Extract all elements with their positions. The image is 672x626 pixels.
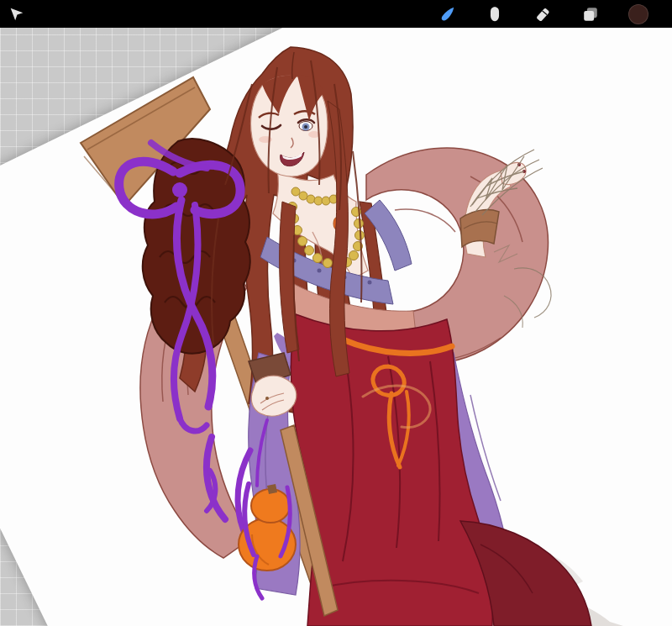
paint-tool-button[interactable] [437,4,457,24]
transform-tool-button[interactable] [7,4,27,24]
brush-icon [438,5,456,24]
transform-arrow-icon [8,5,26,24]
ring [265,397,269,400]
smudge-tool-button[interactable] [485,4,505,24]
gourd-stopper [267,484,277,494]
color-swatch-button[interactable] [628,4,648,24]
top-toolbar [0,0,672,28]
smudge-finger-icon [486,5,504,24]
eraser-icon [533,5,552,24]
erase-tool-button[interactable] [533,4,553,24]
layers-button[interactable] [580,4,601,24]
layers-icon [581,5,600,24]
app-window [0,0,672,626]
open-eye-pupil [304,125,307,129]
active-color-swatch [628,4,648,24]
